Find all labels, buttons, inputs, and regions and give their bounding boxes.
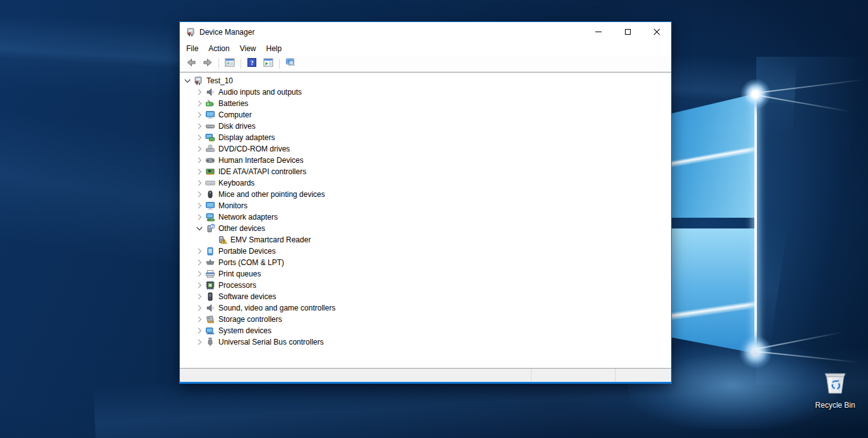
action-pane-icon bbox=[263, 57, 273, 69]
titlebar[interactable]: Device Manager bbox=[180, 22, 671, 42]
recycle-bin[interactable]: Recycle Bin bbox=[811, 368, 860, 410]
tree-item-other-devices[interactable]: ?Other devices bbox=[180, 223, 671, 234]
scan-hardware-changes-button[interactable] bbox=[282, 57, 299, 71]
speaker-icon bbox=[205, 302, 216, 314]
show-action-pane-button[interactable] bbox=[260, 57, 276, 71]
forward-icon bbox=[201, 57, 214, 69]
tree-item-label: Computer bbox=[216, 110, 252, 119]
svg-text:?: ? bbox=[211, 224, 214, 228]
chevron-right-icon[interactable] bbox=[194, 86, 205, 98]
window-title: Device Manager bbox=[199, 28, 584, 37]
chevron-right-icon[interactable] bbox=[194, 211, 205, 223]
tree-item-label: Audio inputs and outputs bbox=[216, 88, 302, 97]
tree-item-sound-video-and-game-controllers[interactable]: Sound, video and game controllers bbox=[180, 302, 671, 314]
show-console-tree-button[interactable] bbox=[222, 57, 238, 71]
chevron-right-icon[interactable] bbox=[194, 109, 205, 121]
tree-item-processors[interactable]: Processors bbox=[180, 280, 671, 291]
speaker-icon bbox=[205, 86, 216, 98]
tree-item-label: Print queues bbox=[216, 269, 261, 278]
tree-item-label: Monitors bbox=[216, 201, 247, 210]
back-button[interactable] bbox=[183, 57, 199, 71]
chevron-right-icon[interactable] bbox=[194, 98, 205, 109]
tree-item-label: Test_10 bbox=[204, 76, 233, 85]
chevron-right-icon[interactable] bbox=[194, 121, 205, 132]
chevron-right-icon[interactable] bbox=[194, 314, 205, 325]
chevron-right-icon[interactable] bbox=[194, 132, 205, 143]
menu-action[interactable]: Action bbox=[203, 42, 234, 55]
storage-controller-icon bbox=[205, 314, 216, 325]
tree-item-audio-inputs-and-outputs[interactable]: Audio inputs and outputs bbox=[180, 86, 671, 98]
chevron-down-icon[interactable] bbox=[194, 223, 205, 234]
tree-item-monitors[interactable]: Monitors bbox=[180, 200, 671, 211]
statusbar-cell bbox=[180, 369, 531, 382]
minimize-icon bbox=[595, 32, 602, 32]
chevron-right-icon[interactable] bbox=[194, 268, 205, 280]
tree-item-universal-serial-bus-controllers[interactable]: Universal Serial Bus controllers bbox=[180, 336, 671, 348]
wallpaper-window-edge-glow bbox=[754, 90, 757, 355]
network-adapter-icon bbox=[205, 211, 216, 223]
statusbar-cell bbox=[615, 369, 671, 382]
forward-button[interactable] bbox=[199, 57, 216, 71]
tree-item-ide-ata-atapi-controllers[interactable]: IDE ATA/ATAPI controllers bbox=[180, 166, 671, 177]
close-icon bbox=[653, 28, 660, 35]
toolbar-separator bbox=[279, 59, 280, 69]
tree-item-emv-smartcard-reader[interactable]: EMV Smartcard Reader bbox=[180, 234, 671, 246]
toolbar: ? bbox=[180, 56, 671, 72]
chevron-right-icon[interactable] bbox=[194, 302, 205, 314]
tree-item-mice-and-other-pointing-devices[interactable]: Mice and other pointing devices bbox=[180, 189, 671, 200]
system-device-icon bbox=[205, 325, 216, 336]
chevron-right-icon[interactable] bbox=[194, 166, 205, 177]
chevron-right-icon[interactable] bbox=[194, 143, 205, 155]
usb-icon bbox=[205, 336, 216, 348]
tree-item-human-interface-devices[interactable]: Human Interface Devices bbox=[180, 155, 671, 166]
tree-item-display-adapters[interactable]: Display adapters bbox=[180, 132, 671, 143]
unknown-device-warning-icon bbox=[217, 234, 228, 246]
chevron-right-icon[interactable] bbox=[194, 177, 205, 189]
tree-item-label: DVD/CD-ROM drives bbox=[216, 145, 290, 153]
chevron-right-icon[interactable] bbox=[194, 291, 205, 302]
ide-controller-icon bbox=[205, 166, 216, 177]
tree-item-software-devices[interactable]: Software devices bbox=[180, 291, 671, 302]
tree-item-ports-com-lpt[interactable]: Ports (COM & LPT) bbox=[180, 257, 671, 268]
tree-item-batteries[interactable]: Batteries bbox=[180, 98, 671, 109]
tree-item-disk-drives[interactable]: Disk drives bbox=[180, 121, 671, 132]
chevron-down-icon[interactable] bbox=[182, 75, 193, 86]
tree-item-system-devices[interactable]: System devices bbox=[180, 325, 671, 336]
close-button[interactable] bbox=[642, 22, 671, 42]
tree-item-keyboards[interactable]: Keyboards bbox=[180, 177, 671, 189]
menu-help[interactable]: Help bbox=[261, 42, 287, 55]
tree-item-label: Network adapters bbox=[216, 213, 278, 222]
chevron-right-icon[interactable] bbox=[194, 189, 205, 200]
portable-device-icon bbox=[205, 246, 216, 257]
help-icon: ? bbox=[247, 57, 257, 69]
help-button[interactable]: ? bbox=[244, 57, 260, 71]
tree-item-label: Display adapters bbox=[216, 133, 275, 142]
chevron-right-icon[interactable] bbox=[194, 280, 205, 291]
tree-item-portable-devices[interactable]: Portable Devices bbox=[180, 246, 671, 257]
wallpaper-ray bbox=[758, 95, 851, 112]
menu-file[interactable]: File bbox=[181, 42, 203, 55]
menu-view[interactable]: View bbox=[235, 42, 261, 55]
tree-item-network-adapters[interactable]: Network adapters bbox=[180, 211, 671, 223]
maximize-button[interactable] bbox=[613, 22, 642, 42]
chevron-right-icon[interactable] bbox=[194, 246, 205, 257]
tree-item-print-queues[interactable]: Print queues bbox=[180, 268, 671, 280]
chevron-right-icon[interactable] bbox=[194, 325, 205, 336]
chevron-right-icon[interactable] bbox=[194, 200, 205, 211]
tree-item-label: Mice and other pointing devices bbox=[216, 190, 325, 199]
expander-spacer bbox=[206, 234, 217, 246]
keyboard-icon bbox=[205, 177, 216, 189]
serial-port-icon bbox=[205, 257, 216, 268]
chevron-right-icon[interactable] bbox=[194, 336, 205, 348]
tree-item-storage-controllers[interactable]: Storage controllers bbox=[180, 314, 671, 325]
chevron-right-icon[interactable] bbox=[194, 155, 205, 166]
tree-item-dvd-cd-rom-drives[interactable]: DVD/CD-ROM drives bbox=[180, 143, 671, 155]
chevron-right-icon[interactable] bbox=[194, 257, 205, 268]
disk-drive-icon bbox=[205, 121, 216, 132]
minimize-button[interactable] bbox=[584, 22, 613, 42]
recycle-bin-icon bbox=[811, 368, 860, 400]
tree-item-test-10[interactable]: Test_10 bbox=[180, 75, 671, 86]
tree-item-label: Batteries bbox=[216, 99, 248, 108]
tree-item-label: Processors bbox=[216, 281, 256, 290]
tree-item-computer[interactable]: Computer bbox=[180, 109, 671, 121]
